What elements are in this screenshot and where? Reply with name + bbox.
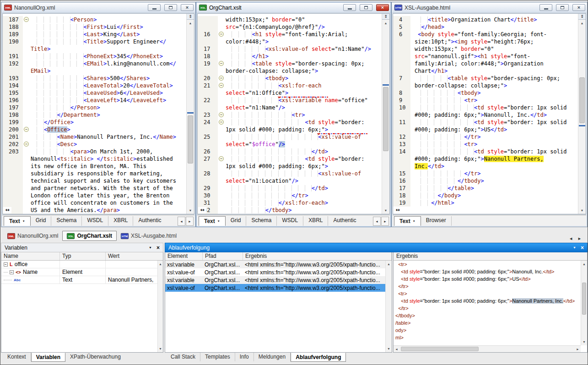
xslt-text-editor[interactable]: width:153px;" border="0"src="{n1:Company… (198, 14, 382, 214)
close-button[interactable]: × (572, 4, 585, 11)
code-line[interactable]: size:10pt;"><img style="height:76px; (393, 38, 578, 45)
code-line[interactable]: 203 <para>On March 1st, 2000, (3, 148, 186, 155)
panel-close-icon[interactable]: × (156, 245, 160, 250)
scrollbar-thumb[interactable] (579, 77, 585, 123)
scroll-up-arrow[interactable]: ▲ (581, 261, 587, 267)
panel-tab-ablaufverfolgung[interactable]: Ablaufverfolgung (291, 353, 346, 362)
result-source-line[interactable]: <td style="border: 1px solid #000; paddi… (394, 297, 581, 305)
code-line[interactable]: 8 <tbody> (393, 89, 578, 97)
result-source-line[interactable]: <td style="border: 1px solid #000; paddi… (394, 268, 581, 275)
code-line[interactable]: 19 </html> (393, 199, 578, 207)
result-source-line[interactable]: </tr> (394, 305, 581, 312)
window-titlebar[interactable]: HTM XSL-Ausgabe.html × (392, 3, 587, 13)
scroll-right-arrow[interactable]: ► (576, 346, 579, 353)
split-handle-icon[interactable]: ⇕ (187, 14, 194, 20)
view-tab-schema[interactable]: Schema (51, 216, 82, 226)
column-header-element[interactable]: Element (165, 252, 203, 260)
tabs-scroll-right-icon[interactable]: ► (577, 236, 582, 241)
code-line[interactable]: 6 <body style="font-family:Georgia; font… (393, 31, 578, 38)
code-line[interactable]: Nanonull<ts:italic> </ts:italic>establis… (3, 155, 186, 163)
column-header-typ[interactable]: Typ (60, 252, 106, 260)
code-line[interactable]: 27− <td style="border: (198, 155, 382, 163)
code-line[interactable]: #000; padding: 6px;">US</td> (393, 126, 578, 133)
code-line[interactable]: border-collapse: collapse;"> (393, 82, 578, 89)
code-line[interactable]: 17 <xsl:value-of select="n1:Name"/> (198, 45, 382, 53)
result-source-line[interactable]: <tr> (394, 290, 581, 297)
panel-menu-icon[interactable]: ▼ (149, 246, 152, 249)
code-line[interactable]: 194 <LeaveTotal>20</LeaveTotal> (3, 82, 186, 89)
fold-collapse-icon[interactable]: − (24, 142, 29, 147)
column-header-ergebnis[interactable]: Ergebnis (243, 252, 392, 260)
code-line[interactable]: 29 </td> (198, 185, 382, 192)
window-titlebar[interactable]: XML NanonullOrg.xml × (2, 3, 195, 13)
split-handle-icon[interactable]: ⇕ (578, 14, 586, 20)
fold-collapse-icon[interactable]: − (24, 17, 29, 22)
code-line[interactable]: 12 </tr> (393, 133, 578, 141)
fold-collapse-icon[interactable]: − (219, 61, 224, 66)
scroll-down-arrow[interactable]: ▼ (382, 207, 389, 214)
code-line[interactable]: family:Arial; color:#448;">Organization (393, 60, 578, 67)
code-line[interactable]: 24− <td style="border: (198, 119, 382, 126)
code-line[interactable]: 7 <table style="border-spacing: 0px; (393, 75, 578, 82)
code-line[interactable]: 10 <td style="border: 1px solid (393, 104, 578, 111)
code-line[interactable]: 191 <PhoneExt>345</PhoneExt> (3, 53, 186, 60)
code-line[interactable]: 21− <xsl:for-each (198, 82, 382, 89)
panel-tab-xpath-berwachung[interactable]: XPath-Überwachung (65, 353, 125, 361)
code-line[interactable]: 18 </body> (393, 192, 578, 199)
scroll-up-arrow[interactable]: ▲ (578, 20, 586, 27)
code-line[interactable]: 190 <Title>Support Engineer</ (3, 38, 186, 45)
fold-collapse-icon[interactable]: − (219, 112, 224, 117)
fold-collapse-icon[interactable]: − (219, 120, 224, 125)
trace-panel-header[interactable]: Ablaufverfolgung ▼ × (165, 243, 588, 252)
tree-collapse-icon[interactable]: − (10, 270, 14, 274)
panel-tab-templates[interactable]: Templates (200, 353, 235, 361)
code-line[interactable]: src="nanonull.gif"><h1 style="font- (393, 53, 578, 60)
variable-row[interactable]: −Loffice (1, 261, 163, 268)
view-tab-text[interactable]: Text▼ (4, 216, 31, 226)
view-tab-xbrl[interactable]: XBRL (303, 216, 328, 226)
code-line[interactable]: 197 </Person> (3, 104, 186, 111)
scroll-up-arrow[interactable]: ▲ (158, 261, 163, 267)
close-button[interactable]: × (376, 4, 389, 11)
code-line[interactable]: select="$office"/> (198, 141, 382, 148)
variable-row[interactable]: AbcTextNanonull Partners, (1, 276, 163, 284)
view-tab-text[interactable]: Text▼ (199, 216, 226, 226)
view-tab-wsdl[interactable]: WSDL (277, 216, 303, 226)
scroll-down-arrow[interactable]: ▼ (158, 345, 163, 352)
scrollbar-thumb[interactable] (582, 283, 586, 315)
result-source-line[interactable]: ody> (394, 327, 581, 334)
code-line[interactable]: 11 <td style="border: 1px solid (393, 119, 578, 126)
code-line[interactable]: 17 </table> (393, 185, 578, 192)
code-line[interactable]: and partner networks. With the start of … (3, 185, 186, 192)
code-line[interactable]: 19− <table style="border-spacing: 0px; (198, 60, 382, 67)
panel-close-icon[interactable]: × (581, 245, 584, 250)
code-line[interactable]: London office later this year, the Brent… (3, 192, 186, 199)
code-line[interactable]: #000; padding: 6px;">Nanonull, Inc.</td> (393, 111, 578, 119)
panel-tab-variablen[interactable]: Variablen (31, 353, 65, 362)
code-line[interactable]: 25 <xsl:value-of (198, 133, 382, 141)
code-line[interactable]: US and the Americas.</para> (3, 207, 186, 214)
xml-text-editor[interactable]: 187− <Person>188 <First>Lui</First>189 <… (3, 14, 186, 214)
code-line[interactable]: 9 <tr> (393, 97, 578, 104)
code-line[interactable]: 28 <xsl:value-of (198, 170, 382, 177)
code-line[interactable]: subsidiary is responsible for marketing, (3, 170, 186, 177)
code-line[interactable]: select="n1:Office"> (198, 89, 382, 97)
scroll-up-arrow[interactable]: ▲ (187, 20, 194, 27)
code-line[interactable]: 31 </xsl:for-each> (198, 199, 382, 207)
result-source-line[interactable]: </tr> (394, 283, 581, 290)
code-line[interactable]: 4 <title>Organization Chart</title> (393, 16, 578, 23)
result-horizontal-scrollbar[interactable]: ◄ ► (394, 345, 581, 352)
view-tab-xbrl[interactable]: XBRL (108, 216, 133, 226)
vertical-scrollbar[interactable]: ⇕ ▲ ▼ (578, 14, 586, 214)
view-tab-grid[interactable]: Grid (226, 216, 247, 226)
code-line[interactable]: 196 <LeaveLeft>14</LeaveLeft> (3, 97, 186, 104)
trace-row[interactable]: xsl:value-ofOrgChart.xsl...<html xmlns:f… (165, 268, 392, 276)
code-line[interactable]: 199 </Office> (3, 119, 186, 126)
code-line[interactable]: 20− <tbody> (198, 75, 382, 82)
minimize-button[interactable] (539, 4, 552, 11)
code-line[interactable]: 187− <Person> (3, 16, 186, 23)
horizontal-split-handle-icon[interactable]: ↔ (3, 207, 11, 213)
code-line[interactable]: office will concentrate on customers in … (3, 199, 186, 207)
code-line[interactable]: its new office in Brenton, MA. This (3, 163, 186, 170)
code-line[interactable]: border-collapse: collapse;"> (198, 67, 382, 75)
